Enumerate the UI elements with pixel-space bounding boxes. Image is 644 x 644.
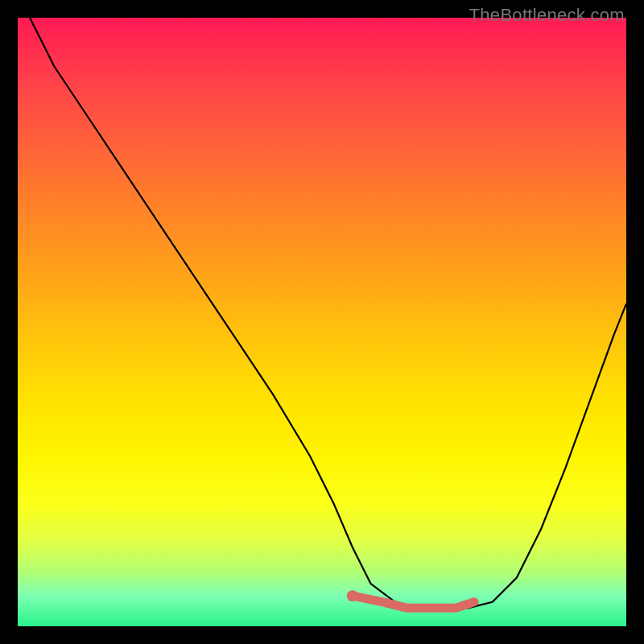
watermark-text: TheBottleneck.com (469, 5, 625, 26)
chart-svg (18, 18, 626, 626)
chart-plot-area (18, 18, 626, 626)
highlight-dot (347, 590, 358, 601)
highlight-range (353, 596, 474, 608)
bottleneck-curve (30, 18, 626, 608)
